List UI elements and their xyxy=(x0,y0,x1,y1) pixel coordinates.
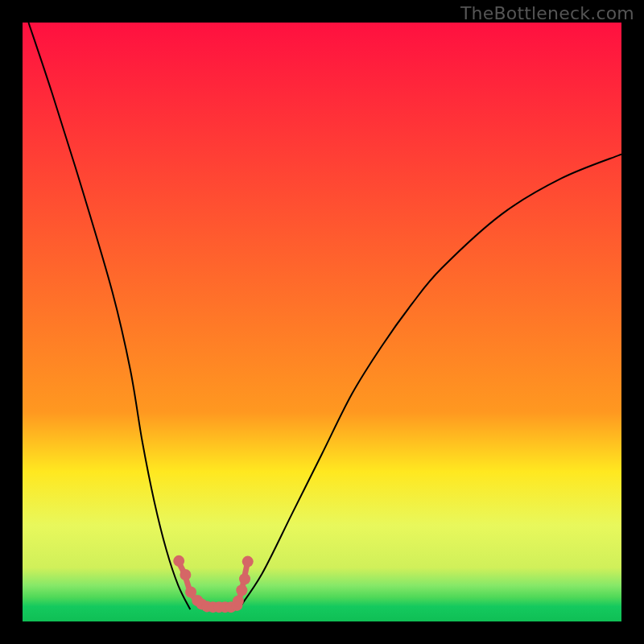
plot-background xyxy=(23,23,621,621)
bottleneck-point xyxy=(180,569,191,580)
bottleneck-point xyxy=(236,584,247,596)
chart-canvas xyxy=(0,0,644,644)
bottleneck-point xyxy=(242,556,254,568)
bottleneck-point xyxy=(233,596,244,607)
bottleneck-point xyxy=(173,555,184,567)
watermark-text: TheBottleneck.com xyxy=(460,3,634,23)
bottleneck-point xyxy=(239,573,250,584)
